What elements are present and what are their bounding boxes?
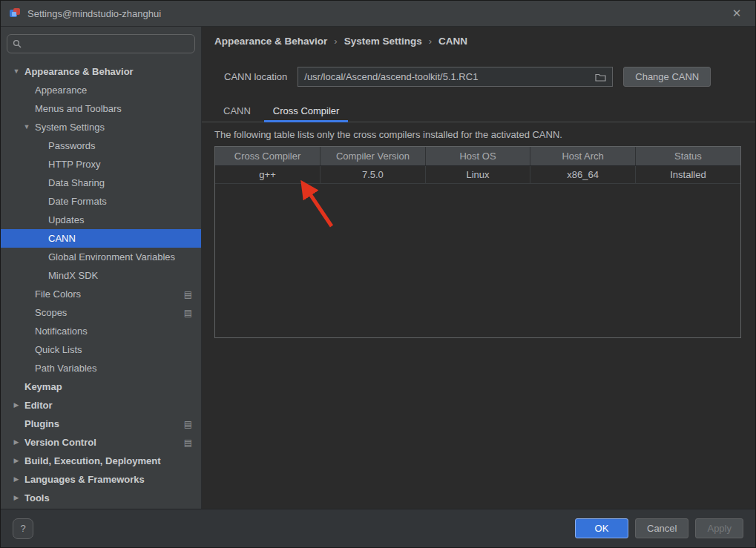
sidebar-item-appearance-behavior[interactable]: ▼Appearance & Behavior bbox=[1, 62, 201, 81]
chevron-down-icon[interactable]: ▼ bbox=[22, 124, 31, 131]
breadcrumb-item-appearance-behavior[interactable]: Appearance & Behavior bbox=[214, 36, 327, 47]
change-cann-button[interactable]: Change CANN bbox=[623, 67, 711, 87]
breadcrumb-separator: › bbox=[334, 36, 337, 47]
settings-sidebar: ▼Appearance & BehaviorAppearanceMenus an… bbox=[1, 27, 202, 509]
sidebar-item-label: System Settings bbox=[1, 122, 105, 133]
sidebar-item-build-execution-deployment[interactable]: ▶Build, Execution, Deployment bbox=[1, 452, 201, 470]
breadcrumb-separator: › bbox=[429, 36, 432, 47]
tab-cann[interactable]: CANN bbox=[214, 102, 260, 122]
breadcrumb-item-cann[interactable]: CANN bbox=[438, 36, 467, 47]
sidebar-item-label: Tools bbox=[1, 492, 50, 504]
chevron-down-icon[interactable]: ▼ bbox=[12, 68, 21, 75]
title-bar: Settings@mindstudio-zhanghui ✕ bbox=[1, 1, 755, 27]
table-description: The following table lists only the cross… bbox=[214, 129, 739, 140]
sidebar-item-label: Plugins bbox=[1, 418, 59, 429]
sidebar-item-label: Editor bbox=[1, 400, 53, 411]
breadcrumb-item-system-settings[interactable]: System Settings bbox=[344, 36, 422, 47]
cancel-button[interactable]: Cancel bbox=[635, 518, 688, 538]
sidebar-item-scopes[interactable]: Scopes▤ bbox=[1, 303, 201, 322]
sidebar-item-label: Build, Execution, Deployment bbox=[1, 455, 160, 466]
sidebar-item-label: Appearance bbox=[1, 85, 87, 96]
dialog-body: ▼Appearance & BehaviorAppearanceMenus an… bbox=[1, 27, 755, 509]
detail-icon: ▤ bbox=[184, 438, 192, 448]
table-cell[interactable]: Installed bbox=[635, 166, 740, 184]
table-header-cell[interactable]: Host Arch bbox=[530, 147, 636, 166]
sidebar-item-label: Notifications bbox=[1, 326, 88, 337]
sidebar-item-label: Global Environment Variables bbox=[1, 251, 175, 263]
chevron-right-icon[interactable]: ▶ bbox=[12, 476, 21, 483]
sidebar-item-cann[interactable]: CANN bbox=[1, 229, 201, 248]
sidebar-item-data-sharing[interactable]: Data Sharing bbox=[1, 174, 201, 192]
sidebar-item-label: Date Formats bbox=[1, 196, 107, 207]
cann-location-value: /usr/local/Ascend/ascend-toolkit/5.1.RC1 bbox=[304, 71, 478, 82]
tab-cross-compiler[interactable]: Cross Compiler bbox=[264, 102, 349, 122]
sidebar-item-keymap[interactable]: Keymap bbox=[1, 377, 201, 396]
breadcrumb: Appearance & Behavior›System Settings›CA… bbox=[214, 33, 739, 49]
sidebar-item-tools[interactable]: ▶Tools bbox=[1, 489, 201, 507]
table-header-cell[interactable]: Status bbox=[635, 147, 740, 166]
sidebar-item-label: Data Sharing bbox=[1, 177, 105, 188]
table-cell[interactable]: g++ bbox=[215, 166, 321, 184]
sidebar-item-quick-lists[interactable]: Quick Lists bbox=[1, 340, 201, 359]
sidebar-item-label: Path Variables bbox=[1, 363, 97, 374]
cann-location-row: CANN location /usr/local/Ascend/ascend-t… bbox=[214, 67, 739, 87]
table-cell[interactable]: 7.5.0 bbox=[321, 166, 426, 184]
app-icon bbox=[8, 7, 22, 20]
settings-tree: ▼Appearance & BehaviorAppearanceMenus an… bbox=[1, 62, 201, 509]
detail-icon: ▤ bbox=[184, 419, 192, 429]
ok-button[interactable]: OK bbox=[575, 518, 628, 538]
cross-compiler-table: Cross CompilerCompiler VersionHost OSHos… bbox=[215, 147, 740, 184]
table-row[interactable]: g++7.5.0Linuxx86_64Installed bbox=[215, 166, 740, 184]
footer-bar: ? OK Cancel Apply bbox=[1, 509, 755, 547]
table-cell[interactable]: Linux bbox=[425, 166, 530, 184]
sidebar-item-system-settings[interactable]: ▼System Settings bbox=[1, 118, 201, 136]
cann-location-input[interactable]: /usr/local/Ascend/ascend-toolkit/5.1.RC1 bbox=[298, 67, 613, 87]
sidebar-item-label: MindX SDK bbox=[1, 270, 98, 281]
cross-compiler-table-panel: Cross CompilerCompiler VersionHost OSHos… bbox=[214, 146, 741, 338]
detail-icon: ▤ bbox=[184, 308, 192, 318]
detail-icon: ▤ bbox=[184, 289, 192, 300]
settings-dialog: Settings@mindstudio-zhanghui ✕ ▼Appearan… bbox=[0, 0, 756, 548]
chevron-right-icon[interactable]: ▶ bbox=[12, 495, 21, 501]
sidebar-item-notifications[interactable]: Notifications bbox=[1, 322, 201, 340]
folder-icon[interactable] bbox=[595, 73, 606, 82]
search-input[interactable] bbox=[7, 34, 195, 53]
sidebar-item-label: CANN bbox=[1, 233, 76, 244]
sidebar-item-label: File Colors bbox=[1, 288, 81, 300]
sidebar-item-languages-frameworks[interactable]: ▶Languages & Frameworks bbox=[1, 470, 201, 489]
settings-content: Appearance & Behavior›System Settings›CA… bbox=[202, 27, 755, 509]
table-header-cell[interactable]: Host OS bbox=[425, 147, 530, 166]
sidebar-item-path-variables[interactable]: Path Variables bbox=[1, 359, 201, 377]
sidebar-item-menus-and-toolbars[interactable]: Menus and Toolbars bbox=[1, 99, 201, 118]
cann-location-label: CANN location bbox=[224, 71, 287, 82]
search-icon bbox=[13, 39, 22, 48]
sidebar-item-editor[interactable]: ▶Editor bbox=[1, 396, 201, 415]
sidebar-item-appearance[interactable]: Appearance bbox=[1, 81, 201, 99]
sidebar-item-label: Updates bbox=[1, 214, 84, 225]
sidebar-item-version-control[interactable]: ▶Version Control▤ bbox=[1, 433, 201, 452]
sidebar-item-http-proxy[interactable]: HTTP Proxy bbox=[1, 155, 201, 174]
sidebar-item-file-colors[interactable]: File Colors▤ bbox=[1, 285, 201, 303]
sidebar-item-passwords[interactable]: Passwords bbox=[1, 136, 201, 155]
help-button[interactable]: ? bbox=[13, 518, 33, 539]
sidebar-item-label: Menus and Toolbars bbox=[1, 103, 122, 114]
chevron-right-icon[interactable]: ▶ bbox=[12, 439, 21, 446]
sidebar-item-updates[interactable]: Updates bbox=[1, 211, 201, 229]
window-title: Settings@mindstudio-zhanghui bbox=[27, 8, 161, 19]
sidebar-item-label: Languages & Frameworks bbox=[1, 474, 145, 485]
table-header-cell[interactable]: Cross Compiler bbox=[215, 147, 321, 166]
table-cell[interactable]: x86_64 bbox=[530, 166, 636, 184]
sidebar-item-plugins[interactable]: Plugins▤ bbox=[1, 415, 201, 433]
sidebar-item-global-environment-variables[interactable]: Global Environment Variables bbox=[1, 248, 201, 266]
chevron-right-icon[interactable]: ▶ bbox=[12, 458, 21, 464]
apply-button[interactable]: Apply bbox=[695, 518, 743, 538]
sidebar-item-date-formats[interactable]: Date Formats bbox=[1, 192, 201, 211]
sidebar-item-label: Quick Lists bbox=[1, 344, 82, 355]
table-header-cell[interactable]: Compiler Version bbox=[321, 147, 426, 166]
close-icon[interactable]: ✕ bbox=[726, 7, 748, 20]
sidebar-item-label: HTTP Proxy bbox=[1, 159, 101, 170]
sidebar-item-mindx-sdk[interactable]: MindX SDK bbox=[1, 266, 201, 285]
chevron-right-icon[interactable]: ▶ bbox=[12, 402, 21, 409]
tab-bar: CANNCross Compiler bbox=[214, 102, 739, 122]
sidebar-item-label: Passwords bbox=[1, 140, 96, 151]
